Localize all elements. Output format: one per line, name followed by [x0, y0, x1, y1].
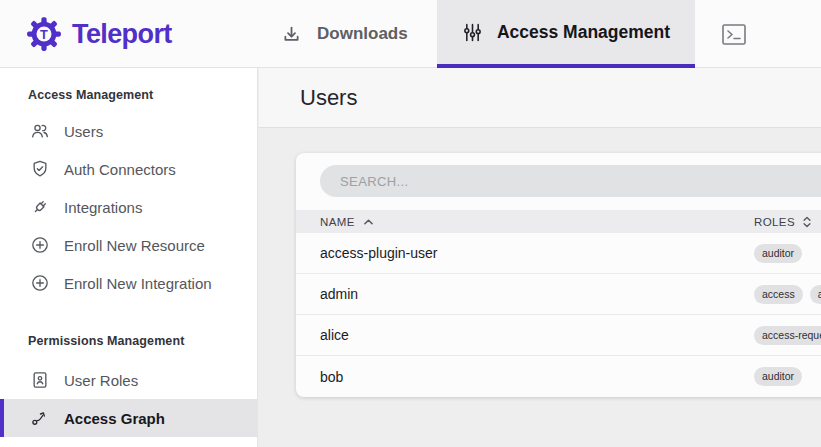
column-name-label: NAME — [320, 216, 355, 228]
page-header: Users — [259, 68, 821, 128]
role-badge: auditor — [754, 367, 802, 386]
trend-arrow-icon — [30, 408, 50, 428]
tab-downloads-label: Downloads — [317, 24, 408, 44]
terminal-icon[interactable] — [722, 24, 746, 45]
sidebar-section-access-management: Access Management — [28, 85, 257, 105]
id-card-icon — [30, 370, 50, 390]
download-icon — [281, 24, 302, 45]
tab-downloads[interactable]: Downloads — [281, 0, 408, 68]
sidebar-item-auth-connectors-label: Auth Connectors — [64, 161, 176, 178]
sidebar-item-integrations[interactable]: Integrations — [0, 188, 257, 226]
search-input[interactable] — [320, 165, 821, 197]
sidebar-item-access-graph-label: Access Graph — [64, 410, 165, 427]
circle-plus-icon — [30, 273, 50, 293]
sidebar-item-enroll-new-resource-label: Enroll New Resource — [64, 237, 205, 254]
tab-access-management[interactable]: Access Management — [437, 0, 695, 68]
shield-check-icon — [30, 159, 50, 179]
role-badge: access — [754, 285, 803, 304]
user-roles: auditor — [754, 367, 802, 386]
sidebar-item-user-roles-label: User Roles — [64, 372, 138, 389]
user-roles: auditor — [754, 244, 802, 263]
user-name: bob — [320, 369, 754, 385]
sliders-icon — [462, 22, 483, 43]
brand-name: Teleport — [72, 19, 172, 50]
table-row[interactable]: alice access-reque — [296, 315, 821, 356]
topbar: T Teleport Downloads Access Management — [0, 0, 821, 68]
users-table-card: NAME ROLES acc — [296, 153, 821, 397]
table-row[interactable]: bob auditor — [296, 356, 821, 397]
sort-both-icon — [802, 215, 812, 229]
sidebar-item-enroll-new-resource[interactable]: Enroll New Resource — [0, 226, 257, 264]
sidebar-item-access-graph[interactable]: Access Graph — [0, 399, 257, 437]
plug-icon — [30, 197, 50, 217]
tab-access-management-label: Access Management — [497, 22, 670, 43]
column-header-name[interactable]: NAME — [320, 216, 754, 228]
sidebar-item-integrations-label: Integrations — [64, 199, 142, 216]
role-badge: access-reque — [754, 326, 821, 345]
role-badge: auditor — [754, 244, 802, 263]
user-roles: access auditor — [754, 285, 821, 304]
sidebar-item-users-label: Users — [64, 123, 103, 140]
table-row[interactable]: access-plugin-user auditor — [296, 233, 821, 274]
user-name: alice — [320, 327, 754, 343]
page-title: Users — [300, 68, 821, 127]
main-content: Users NAME ROLES — [259, 68, 821, 447]
circle-plus-icon — [30, 235, 50, 255]
sidebar-item-auth-connectors[interactable]: Auth Connectors — [0, 150, 257, 188]
user-name: access-plugin-user — [320, 245, 754, 261]
sidebar: Access Management Users Auth Connectors — [0, 68, 258, 447]
content-area: NAME ROLES acc — [259, 128, 821, 446]
sidebar-item-user-roles[interactable]: User Roles — [0, 361, 257, 399]
table-row[interactable]: admin access auditor — [296, 274, 821, 315]
sidebar-item-enroll-new-integration[interactable]: Enroll New Integration — [0, 264, 257, 302]
role-badge: auditor — [810, 285, 821, 304]
search-bar — [296, 153, 821, 210]
teleport-logo[interactable]: T Teleport — [26, 0, 172, 68]
sidebar-section-permissions-management: Permissions Management — [28, 331, 257, 351]
column-roles-label: ROLES — [754, 216, 795, 228]
table-header: NAME ROLES — [296, 210, 821, 233]
users-icon — [30, 121, 50, 141]
user-roles: access-reque — [754, 326, 821, 345]
sidebar-item-enroll-new-integration-label: Enroll New Integration — [64, 275, 212, 292]
column-header-roles[interactable]: ROLES — [754, 215, 812, 229]
teleport-gear-icon: T — [26, 16, 62, 52]
sidebar-item-users[interactable]: Users — [0, 112, 257, 150]
sort-ascending-icon — [363, 218, 374, 226]
svg-text:T: T — [40, 27, 48, 42]
user-name: admin — [320, 286, 754, 302]
